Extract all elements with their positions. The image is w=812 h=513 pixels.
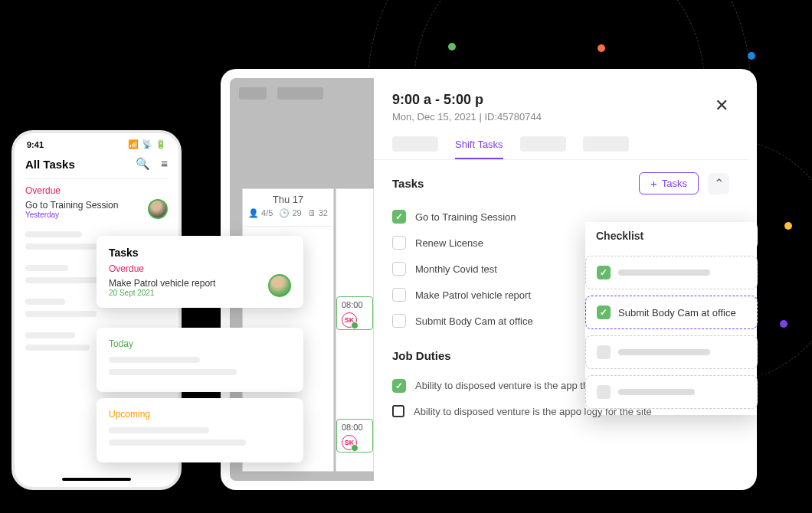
phone-header: All Tasks 🔍 ≡ <box>15 152 178 178</box>
collapse-button[interactable]: ⌃ <box>708 173 729 194</box>
checkbox-checked-icon[interactable] <box>392 379 406 393</box>
card-task-date: 20 Sept 2021 <box>109 289 215 297</box>
checkbox-icon[interactable] <box>392 288 406 302</box>
checklist-row-placeholder[interactable] <box>585 256 758 289</box>
placeholder-line <box>618 389 695 395</box>
placeholder-line <box>109 369 237 375</box>
panel-header: 9:00 a - 5:00 p Mon, Dec 15, 2021 | ID:4… <box>374 78 748 129</box>
phone-task-title: Go to Training Session <box>25 200 118 211</box>
phone-task-row[interactable]: Go to Training Session Yesterday <box>25 199 168 225</box>
placeholder-line <box>25 277 103 283</box>
placeholder-line <box>109 357 200 363</box>
checklist-row-placeholder[interactable] <box>585 335 758 369</box>
dim-toolbar-ph <box>239 87 267 100</box>
phone-task-date: Yesterday <box>25 211 118 219</box>
upcoming-label: Upcoming <box>109 409 291 420</box>
home-indicator <box>62 478 131 481</box>
float-card-upcoming[interactable]: Upcoming <box>97 398 303 462</box>
deco-dot-orange <box>598 44 605 52</box>
placeholder-line <box>25 231 82 237</box>
checkbox-checked-icon <box>597 306 611 319</box>
checkbox-icon[interactable] <box>392 236 406 250</box>
float-card-tasks[interactable]: Tasks Overdue Make Patrol vehicle report… <box>97 236 303 308</box>
placeholder-line <box>25 345 90 351</box>
deco-dot-yellow <box>784 222 792 230</box>
checkbox-checked-icon[interactable] <box>392 210 406 224</box>
task-label: Submit Body Cam at office <box>415 315 533 327</box>
checkbox-icon[interactable] <box>392 314 406 328</box>
battery-icon: 🔋 <box>156 139 166 149</box>
card-title: Tasks <box>109 247 291 259</box>
checklist-title: Checklist <box>585 222 758 250</box>
placeholder-line <box>618 270 710 276</box>
task-label: Renew License <box>415 237 483 249</box>
tab-placeholder[interactable] <box>583 136 629 152</box>
close-button[interactable]: ✕ <box>711 95 732 116</box>
avatar <box>268 274 291 297</box>
overdue-label: Overdue <box>109 263 291 274</box>
dim-toolbar-ph <box>277 87 323 100</box>
task-label: Make Patrol vehicle report <box>415 289 531 301</box>
deco-dot-green <box>448 43 456 51</box>
checkbox-outline-icon[interactable] <box>392 405 404 417</box>
plus-icon: + <box>650 178 657 189</box>
tab-placeholder[interactable] <box>392 136 438 152</box>
checklist-label: Submit Body Cam at office <box>618 307 736 319</box>
phone-statusbar: 9:41 📶 📡 🔋 <box>15 133 178 152</box>
placeholder-line <box>25 265 68 271</box>
signal-icon: 📶 <box>128 139 139 149</box>
avatar <box>148 199 168 219</box>
placeholder-line <box>109 439 246 446</box>
checkbox-checked-icon <box>597 266 611 279</box>
placeholder-line <box>25 311 97 317</box>
checkbox-icon[interactable] <box>392 262 406 276</box>
placeholder-line <box>618 349 710 355</box>
calendar-meta: 👤 4/5 🕒 29 🗓 32 <box>243 205 333 221</box>
phone-time: 9:41 <box>27 140 44 149</box>
add-tasks-button[interactable]: + Tasks <box>639 172 699 194</box>
checkbox-empty-icon <box>597 345 611 359</box>
placeholder-line <box>25 299 65 305</box>
calendar-day-header: Thu 17 👤 4/5 🕒 29 🗓 32 <box>243 189 333 227</box>
calendar-col-fri: 08:00 SK 08:00 SK <box>336 188 374 472</box>
phone-status-icons: 📶 📡 🔋 <box>128 139 166 149</box>
checklist-row-placeholder[interactable] <box>585 375 758 409</box>
menu-icon[interactable]: ≡ <box>161 157 168 171</box>
tasks-heading: Tasks <box>392 177 424 190</box>
placeholder-line <box>109 427 209 433</box>
avatar-badge-sk: SK <box>342 435 357 450</box>
avatar-badge-sk: SK <box>342 312 357 328</box>
checklist-row-highlight[interactable]: Submit Body Cam at office <box>585 296 758 329</box>
phone-title: All Tasks <box>25 158 75 171</box>
float-card-today[interactable]: Today <box>97 328 303 392</box>
tab-shift-tasks[interactable]: Shift Tasks <box>455 139 503 159</box>
chevron-up-icon: ⌃ <box>714 176 724 191</box>
tab-placeholder[interactable] <box>520 136 566 152</box>
wifi-icon: 📡 <box>142 139 152 149</box>
task-label: Monthly Covid test <box>415 263 497 275</box>
calendar-event[interactable]: 08:00 SK <box>336 296 373 330</box>
panel-tabs: Shift Tasks <box>374 129 748 160</box>
overdue-label: Overdue <box>25 178 168 199</box>
panel-subtitle: Mon, Dec 15, 2021 | ID:45780744 <box>392 111 729 123</box>
panel-time-range: 9:00 a - 5:00 p <box>392 92 729 108</box>
search-icon[interactable]: 🔍 <box>136 157 150 171</box>
card-task-title: Make Patrol vehicle report <box>109 278 215 289</box>
deco-dot-purple <box>780 320 787 328</box>
close-icon: ✕ <box>715 96 729 116</box>
calendar-event[interactable]: 08:00 SK <box>336 419 373 453</box>
task-label: Go to Training Session <box>415 211 516 223</box>
today-label: Today <box>109 338 291 349</box>
checkbox-empty-icon <box>597 385 611 399</box>
placeholder-line <box>25 332 75 338</box>
deco-dot-blue <box>748 52 755 60</box>
checklist-popover[interactable]: Checklist Submit Body Cam at office <box>585 222 758 415</box>
